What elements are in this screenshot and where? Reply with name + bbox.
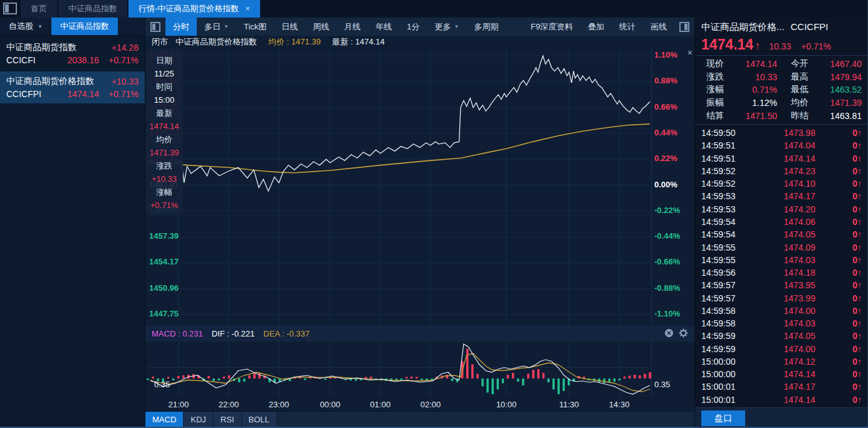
percent-axis-label: 0.44% (654, 128, 677, 137)
stat-value: 1.12% (735, 98, 777, 108)
tick-row: 14:59:551474.030↑ (695, 254, 868, 266)
remove-indicator-icon[interactable] (664, 328, 674, 338)
stat-label: 现价 (706, 58, 735, 70)
order-book-tab[interactable]: 盘口 (701, 410, 745, 426)
tick-price: 1474.14 (751, 395, 815, 405)
price-axis-label: 1457.39 (149, 231, 179, 241)
percent-axis-label: 0.66% (654, 102, 677, 112)
stat-value: 1474.14 (735, 59, 777, 69)
toolbar-button[interactable]: 多日▼ (197, 18, 236, 36)
toolbar-button[interactable]: 画线 (643, 18, 674, 36)
toolbar-button[interactable]: 1分 (399, 18, 427, 36)
window-tab[interactable]: 中证商品指数 (58, 0, 127, 18)
quote-stats-row: 现价1474.14今开1467.40 (695, 58, 868, 71)
tick-time: 14:59:58 (701, 318, 751, 328)
tick-volume: 0↑ (835, 243, 862, 253)
collapse-left-panel-icon[interactable] (150, 22, 160, 32)
tick-volume: 0↑ (835, 395, 862, 405)
close-icon[interactable]: × (688, 48, 693, 58)
toolbar-button[interactable]: 更多▼ (427, 18, 467, 36)
toolbar-button[interactable]: 叠加 (580, 18, 612, 36)
macd-readout-bar: MACD : 0.231 DIF : -0.221 DEA : -0.337 (145, 325, 694, 342)
indicator-tab-boll[interactable]: BOLL (242, 412, 277, 427)
crosshair-tooltip: 日期11/25时间15:00最新1474.14均价1471.39涨跌+10.33… (145, 49, 183, 216)
chart-status-bar: 闭市 中证商品期货价格指数 均价 : 1471.39 最新 : 1474.14 (145, 36, 694, 48)
window-tab-active[interactable]: 行情-中证商品期货价格指数× (128, 0, 260, 18)
close-tab-icon[interactable]: × (245, 4, 250, 13)
tick-price: 1474.23 (751, 166, 815, 176)
stat-label: 最高 (791, 71, 820, 83)
macd-chart[interactable]: 0.35 0.35 (145, 342, 694, 398)
tooltip-field-label: 日期 (145, 54, 183, 67)
watchlist-item[interactable]: 中证商品期货价格指数+10.33CCICFPI1474.14+0.71% (0, 71, 145, 103)
quote-stats-table: 现价1474.14今开1467.40涨跌10.33最高1479.94涨幅0.71… (695, 58, 868, 122)
tick-volume: 0↑ (835, 357, 862, 367)
tooltip-field-value: 1474.14 (145, 120, 183, 133)
watchlist-group-dropdown[interactable]: 自选股 ▼ (0, 18, 51, 35)
tick-time: 14:59:52 (701, 179, 751, 189)
tick-volume: 0↑ (835, 166, 862, 176)
intraday-price-chart[interactable]: 1479.871476.661473.451470.231467.021463.… (145, 48, 694, 325)
chart-main-area: 分时多日▼Tick图日线周线月线年线1分更多▼多周期 F9深度资料叠加统计画线 … (145, 18, 694, 427)
window-tab[interactable]: 首页 (21, 0, 57, 18)
toolbar-button[interactable]: 年线 (368, 18, 399, 36)
stat-value: 1471.39 (820, 98, 862, 108)
indicator-tab-rsi[interactable]: RSI (214, 412, 242, 427)
tick-row: 14:59:531474.200↑ (695, 203, 868, 216)
stat-label: 今开 (791, 58, 820, 70)
tick-volume: 0↑ (835, 255, 862, 265)
watchlist-item[interactable]: 中证商品期货指数+14.28CCICFI2038.16+0.71% (0, 38, 145, 70)
time-axis-label: 02:00 (421, 400, 441, 409)
tick-price: 1474.03 (751, 318, 815, 328)
toolbar-button[interactable]: Tick图 (236, 18, 274, 36)
toolbar-button[interactable]: 多周期 (466, 18, 506, 36)
tick-list[interactable]: 14:59:501473.980↑14:59:511474.040↑14:59:… (695, 127, 868, 406)
toolbar-button-label: 日线 (281, 21, 298, 33)
collapse-right-panel-icon[interactable] (679, 22, 689, 32)
price-axis-label: 1447.75 (149, 309, 179, 318)
tick-row: 15:00:001474.140↑ (695, 368, 868, 380)
chevron-down-icon: ▼ (38, 24, 43, 29)
toolbar-button[interactable]: 分时 (165, 18, 197, 36)
stock-name: 中证商品期货指数 (6, 42, 112, 53)
stat-label: 最低 (791, 84, 820, 95)
toolbar-button[interactable]: 月线 (337, 18, 368, 36)
stat-value: 1463.52 (820, 85, 862, 95)
tick-time: 15:00:00 (701, 357, 751, 367)
tick-time: 14:59:53 (701, 191, 751, 201)
toolbar-button[interactable]: 统计 (612, 18, 643, 36)
indicator-tab-macd[interactable]: MACD (145, 412, 184, 427)
toolbar-button[interactable]: 周线 (305, 18, 337, 36)
stock-change: +14.28 (112, 43, 139, 53)
sidebar-toggle-icon[interactable] (3, 3, 17, 14)
indicator-tab-kdj[interactable]: KDJ (184, 412, 214, 427)
toolbar-button[interactable]: 日线 (274, 18, 305, 36)
stock-change-pct: +0.71% (99, 55, 139, 65)
gear-icon[interactable] (679, 328, 688, 338)
tick-row: 14:59:541474.060↑ (695, 216, 868, 228)
tick-row: 14:59:521474.100↑ (695, 177, 868, 190)
toolbar-button-label: 分时 (173, 21, 189, 33)
tooltip-field-label: 时间 (145, 80, 183, 93)
toolbar-button-label: Tick图 (244, 21, 266, 33)
tick-row: 14:59:551474.090↑ (695, 241, 868, 253)
trading-app-window: 首页中证商品指数行情-中证商品期货价格指数× 自选股 ▼ 中证商品指数 中证商品… (0, 0, 868, 428)
tick-volume: 0↑ (835, 344, 862, 354)
time-axis-label: 23:00 (269, 400, 290, 409)
dea-value: DEA : -0.337 (263, 329, 310, 338)
toolbar-button-label: 更多 (435, 21, 451, 33)
tick-row: 14:59:541474.050↑ (695, 228, 868, 241)
tick-time: 14:59:53 (701, 204, 751, 214)
percent-axis-label: 0.22% (654, 154, 677, 163)
tick-volume: 0↑ (835, 191, 862, 201)
tick-volume: 0↑ (835, 382, 862, 392)
watchlist-tab-active[interactable]: 中证商品指数 (51, 18, 118, 35)
period-buttons: 分时多日▼Tick图日线周线月线年线1分更多▼多周期 (165, 18, 506, 36)
window-tabs: 首页中证商品指数行情-中证商品期货价格指数× (21, 0, 261, 18)
tick-time: 14:59:57 (701, 280, 751, 290)
stock-price: 2038.16 (51, 55, 99, 65)
tick-price: 1474.17 (751, 191, 815, 201)
toolbar-button[interactable]: F9深度资料 (523, 18, 580, 36)
stat-value: 1471.50 (735, 111, 777, 121)
stock-change: +10.33 (112, 76, 139, 86)
